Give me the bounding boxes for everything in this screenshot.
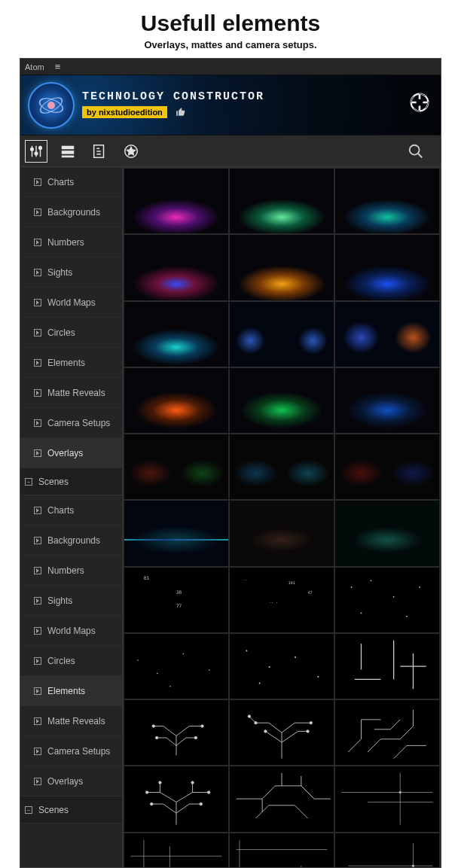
- thumbnail[interactable]: [230, 235, 334, 300]
- play-icon: [34, 359, 41, 367]
- svg-point-51: [200, 803, 202, 806]
- thumbnail[interactable]: [230, 766, 334, 831]
- thumbnail[interactable]: [124, 634, 228, 699]
- sidebar-item-overlays[interactable]: Overlays: [20, 438, 122, 468]
- banner-title: TECHNOLOGY CONSTRUCTOR: [82, 90, 264, 103]
- svg-text:47: 47: [308, 589, 313, 594]
- thumbnail[interactable]: [335, 501, 439, 565]
- thumbnail[interactable]: [124, 235, 228, 300]
- svg-text:77: 77: [176, 603, 182, 608]
- star-icon[interactable]: [120, 140, 142, 163]
- sidebar-item-charts[interactable]: Charts: [20, 495, 122, 525]
- svg-point-21: [419, 586, 420, 588]
- thumbnail[interactable]: [124, 700, 228, 765]
- play-icon: [34, 657, 41, 665]
- search-icon[interactable]: [405, 140, 427, 163]
- hamburger-icon[interactable]: ≡: [55, 61, 61, 72]
- svg-rect-25: [157, 673, 157, 674]
- sidebar-item-world-maps[interactable]: World Maps: [20, 616, 122, 646]
- thumbnail[interactable]: [124, 501, 228, 565]
- thumbnail[interactable]: [335, 634, 439, 699]
- thumbnail[interactable]: [230, 434, 334, 499]
- svg-point-3: [35, 151, 38, 154]
- play-icon: [34, 717, 41, 725]
- sidebar-item-label: Overlays: [47, 448, 83, 458]
- thumbnail[interactable]: [335, 302, 439, 367]
- sidebar-item-circles[interactable]: Circles: [20, 646, 122, 676]
- play-icon: [34, 329, 41, 337]
- sidebar-item-backgrounds[interactable]: Backgrounds: [20, 197, 122, 227]
- sidebar-item-numbers[interactable]: Numbers: [20, 556, 122, 586]
- thumbnail[interactable]: [335, 368, 439, 433]
- thumbnail[interactable]: [230, 700, 334, 765]
- svg-point-47: [255, 721, 257, 723]
- sidebar-item-overlays[interactable]: Overlays: [20, 766, 122, 796]
- sliders-icon[interactable]: [25, 140, 47, 163]
- thumbnail[interactable]: B13877: [124, 568, 228, 632]
- sidebar-item-numbers[interactable]: Numbers: [20, 227, 122, 257]
- thumbnail[interactable]: [335, 434, 439, 499]
- sidebar-item-camera-setups[interactable]: Camera Setups: [20, 408, 122, 438]
- thumbnail[interactable]: [335, 700, 439, 765]
- sidebar-item-world-maps[interactable]: World Maps: [20, 288, 122, 318]
- thumbnail[interactable]: [124, 833, 228, 868]
- svg-point-57: [399, 791, 401, 793]
- sidebar-item-label: Camera Setups: [47, 418, 110, 428]
- thumbs-up-icon[interactable]: [176, 107, 186, 120]
- sidebar-item-camera-setups[interactable]: Camera Setups: [20, 736, 122, 766]
- svg-rect-29: [246, 650, 248, 651]
- svg-rect-33: [259, 682, 261, 684]
- play-icon: [34, 597, 41, 605]
- thumbnail[interactable]: [230, 368, 334, 433]
- thumbnail[interactable]: [230, 501, 334, 565]
- thumbnail[interactable]: [335, 235, 439, 300]
- sidebar-item-elements[interactable]: Elements: [20, 676, 122, 706]
- svg-rect-31: [295, 656, 296, 658]
- target-icon[interactable]: [409, 92, 430, 113]
- thumbnail[interactable]: [335, 169, 439, 233]
- sidebar-item-label: Matte Reveals: [47, 388, 105, 398]
- thumbnail-grid[interactable]: B13877..18147.. .: [123, 167, 441, 867]
- thumbnail[interactable]: [230, 302, 334, 367]
- file-icon[interactable]: [88, 140, 111, 163]
- sidebar-group-label: Scenes: [38, 805, 69, 815]
- sidebar-item-sights[interactable]: Sights: [20, 586, 122, 616]
- svg-point-42: [194, 736, 197, 739]
- sidebar-item-backgrounds[interactable]: Backgrounds: [20, 525, 122, 556]
- play-icon: [34, 269, 41, 276]
- svg-text:181: 181: [289, 580, 295, 584]
- thumbnail[interactable]: [335, 568, 439, 632]
- play-icon: [34, 778, 41, 785]
- menu-atom[interactable]: Atom: [25, 62, 44, 72]
- sidebar-item-matte-reveals[interactable]: Matte Reveals: [20, 378, 122, 408]
- thumbnail[interactable]: [335, 833, 439, 868]
- thumbnail[interactable]: [124, 302, 228, 367]
- thumbnail[interactable]: [124, 434, 228, 499]
- sidebar-item-charts[interactable]: Charts: [20, 167, 122, 197]
- play-icon: [34, 449, 41, 457]
- sidebar-item-elements[interactable]: Elements: [20, 348, 122, 378]
- sidebar-item-label: Circles: [47, 656, 75, 666]
- play-icon: [34, 299, 41, 306]
- thumbnail[interactable]: [124, 368, 228, 433]
- layers-icon[interactable]: [56, 140, 79, 163]
- sidebar-group-scenes[interactable]: –Scenes: [20, 468, 122, 495]
- svg-point-53: [191, 781, 194, 784]
- thumbnail[interactable]: ..18147.. .: [230, 568, 334, 632]
- svg-point-48: [145, 791, 148, 793]
- thumbnail[interactable]: [124, 169, 228, 233]
- sidebar-item-circles[interactable]: Circles: [20, 318, 122, 348]
- sidebar-item-matte-reveals[interactable]: Matte Reveals: [20, 706, 122, 736]
- sidebar-item-label: Charts: [47, 505, 74, 516]
- thumbnail[interactable]: [124, 766, 228, 831]
- thumbnail[interactable]: [230, 169, 334, 233]
- sidebar-group-scenes[interactable]: –Scenes: [20, 796, 122, 824]
- thumbnail[interactable]: [230, 833, 334, 868]
- play-icon: [34, 507, 41, 514]
- thumbnail[interactable]: [335, 766, 439, 831]
- thumbnail[interactable]: [230, 634, 334, 699]
- svg-point-2: [31, 148, 34, 151]
- app-window: Atom ≡ TECHNOLOGY CONSTRUCTOR by nixstud…: [20, 58, 441, 868]
- sidebar-item-sights[interactable]: Sights: [20, 257, 122, 288]
- page-subtitle: Overlays, mattes and camera setups.: [0, 39, 461, 50]
